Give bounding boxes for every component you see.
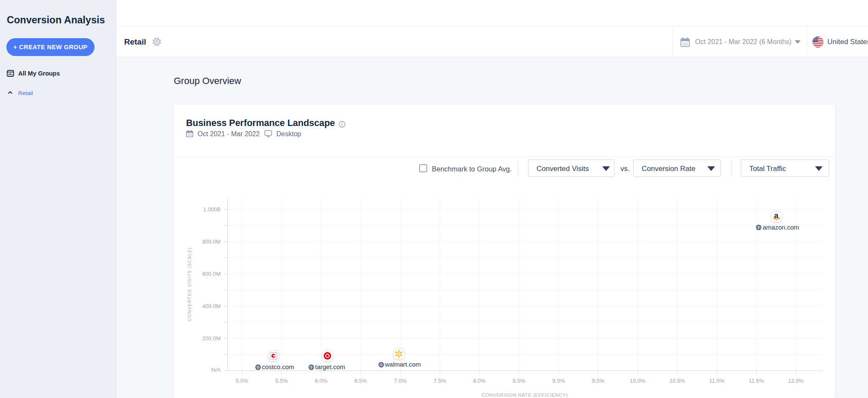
svg-text:800.0M: 800.0M	[202, 238, 220, 245]
svg-text:10.5%: 10.5%	[669, 378, 685, 384]
svg-text:6.5%: 6.5%	[354, 378, 367, 384]
svg-text:target.com: target.com	[315, 363, 345, 370]
svg-text:5.5%: 5.5%	[275, 378, 288, 384]
svg-text:1.000B: 1.000B	[203, 206, 220, 213]
svg-text:6.0%: 6.0%	[315, 378, 328, 384]
svg-text:5.0%: 5.0%	[236, 378, 248, 384]
svg-text:10.0%: 10.0%	[630, 378, 645, 384]
svg-text:200.0M: 200.0M	[202, 335, 220, 342]
svg-text:7.5%: 7.5%	[434, 378, 446, 384]
svg-text:8.5%: 8.5%	[513, 378, 526, 384]
svg-text:CONVERSION RATE (EFFICIENCY): CONVERSION RATE (EFFICIENCY)	[481, 392, 568, 398]
svg-text:11.0%: 11.0%	[709, 378, 724, 384]
svg-text:CONVERTED VISITS (SCALE): CONVERTED VISITS (SCALE)	[187, 247, 192, 322]
svg-text:12.0%: 12.0%	[788, 378, 804, 384]
svg-text:a: a	[774, 211, 779, 220]
svg-text:11.5%: 11.5%	[749, 378, 764, 384]
svg-text:amazon.com: amazon.com	[763, 224, 799, 231]
svg-text:walmart.com: walmart.com	[384, 361, 421, 368]
svg-text:600.0M: 600.0M	[202, 271, 220, 277]
svg-text:7.0%: 7.0%	[394, 378, 407, 384]
svg-text:N/A: N/A	[211, 367, 221, 373]
svg-text:8.0%: 8.0%	[473, 378, 486, 384]
svg-text:9.0%: 9.0%	[552, 378, 565, 384]
svg-text:9.5%: 9.5%	[592, 378, 604, 384]
svg-text:400.0M: 400.0M	[202, 303, 220, 309]
svg-text:costco.com: costco.com	[262, 363, 294, 370]
